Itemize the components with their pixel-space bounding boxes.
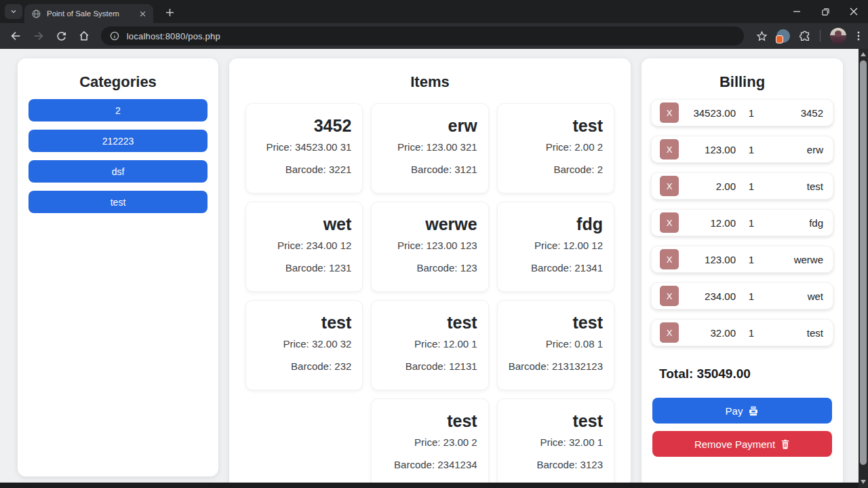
item-card[interactable]: test Price: 23.00 2 Barcode: 2341234 bbox=[371, 398, 488, 488]
remove-payment-label: Remove Payment bbox=[694, 438, 775, 450]
billing-item-price: 234.00 bbox=[679, 290, 736, 302]
billing-item-price: 12.00 bbox=[679, 217, 736, 229]
item-card[interactable]: test Price: 12.00 1 Barcode: 12131 bbox=[371, 300, 488, 390]
reload-button[interactable] bbox=[51, 26, 71, 46]
item-card[interactable]: test Price: 32.00 1 Barcode: 3123 bbox=[497, 398, 614, 488]
window-controls bbox=[783, 0, 868, 23]
item-barcode: Barcode: 3221 bbox=[257, 163, 351, 176]
billing-row: X 12.00 1 fdg bbox=[651, 209, 833, 236]
remove-payment-button[interactable]: Remove Payment bbox=[652, 431, 832, 457]
category-button[interactable]: dsf bbox=[28, 160, 208, 183]
site-info-icon[interactable] bbox=[109, 31, 120, 41]
item-name: test bbox=[382, 312, 477, 333]
item-price: Price: 2.00 2 bbox=[509, 140, 603, 154]
total-value: 35049.00 bbox=[697, 367, 751, 381]
pay-button[interactable]: Pay bbox=[652, 398, 832, 424]
tab-close-icon[interactable] bbox=[137, 8, 148, 19]
remove-item-button[interactable]: X bbox=[660, 139, 679, 159]
billing-item-qty: 1 bbox=[736, 181, 767, 192]
category-button[interactable]: 2 bbox=[28, 99, 208, 121]
billing-item-name: test bbox=[767, 181, 823, 192]
chevron-down-icon bbox=[9, 7, 18, 16]
item-barcode: Barcode: 1231 bbox=[257, 261, 351, 275]
scroll-down-arrow-icon[interactable] bbox=[859, 477, 868, 487]
trash-icon bbox=[781, 439, 790, 449]
item-name: test bbox=[509, 115, 603, 136]
cash-register-icon bbox=[748, 406, 759, 416]
home-button[interactable] bbox=[74, 26, 94, 46]
item-card[interactable]: erw Price: 123.00 321 Barcode: 3121 bbox=[371, 103, 488, 193]
items-grid: 3452 Price: 34523.00 31 Barcode: 3221 er… bbox=[245, 103, 614, 488]
bookmark-star-icon[interactable] bbox=[752, 26, 771, 45]
extension-shortcut-icon[interactable] bbox=[774, 26, 793, 45]
remove-item-button[interactable]: X bbox=[660, 322, 679, 343]
category-button[interactable]: test bbox=[28, 191, 208, 213]
billing-title: Billing bbox=[651, 73, 833, 91]
billing-item-qty: 1 bbox=[736, 107, 767, 119]
new-tab-button[interactable] bbox=[161, 5, 178, 19]
item-barcode: Barcode: 123 bbox=[382, 261, 477, 275]
scrollbar-thumb[interactable] bbox=[860, 60, 867, 465]
back-button[interactable] bbox=[5, 26, 26, 46]
page-scrollbar[interactable] bbox=[859, 49, 868, 488]
maximize-restore-button[interactable] bbox=[811, 0, 840, 23]
billing-row: X 123.00 1 werwe bbox=[651, 246, 833, 273]
page-content: Categories 2 212223 dsf test Items 3452 … bbox=[0, 49, 868, 488]
remove-item-button[interactable]: X bbox=[660, 212, 679, 233]
item-name: test bbox=[257, 312, 351, 333]
billing-row: X 2.00 1 test bbox=[651, 172, 833, 200]
item-price: Price: 32.00 32 bbox=[257, 337, 351, 351]
item-name: test bbox=[382, 410, 477, 432]
item-name: test bbox=[509, 312, 603, 333]
billing-item-name: werwe bbox=[767, 254, 823, 265]
billing-item-price: 34523.00 bbox=[679, 107, 736, 119]
minimize-button[interactable] bbox=[783, 0, 811, 23]
browser-toolbar: localhost:8080/pos.php bbox=[0, 23, 868, 49]
item-name: werwe bbox=[382, 213, 477, 235]
url-text: localhost:8080/pos.php bbox=[127, 31, 220, 41]
item-card[interactable]: test Price: 32.00 32 Barcode: 232 bbox=[245, 300, 363, 390]
remove-item-button[interactable]: X bbox=[660, 249, 679, 269]
billing-item-price: 123.00 bbox=[679, 144, 736, 155]
item-card[interactable]: fdg Price: 12.00 12 Barcode: 21341 bbox=[497, 202, 614, 292]
menu-kebab-icon[interactable] bbox=[849, 26, 868, 45]
address-bar[interactable]: localhost:8080/pos.php bbox=[101, 26, 744, 45]
browser-tab[interactable]: Point of Sale System bbox=[24, 4, 153, 23]
profile-avatar[interactable] bbox=[827, 26, 846, 45]
item-barcode: Barcode: 232 bbox=[257, 360, 351, 373]
remove-item-button[interactable]: X bbox=[660, 176, 679, 196]
billing-item-qty: 1 bbox=[736, 327, 767, 339]
globe-favicon-icon bbox=[31, 9, 41, 19]
items-title: Items bbox=[245, 73, 614, 91]
total-label: Total: bbox=[659, 367, 693, 381]
browser-titlebar: Point of Sale System bbox=[0, 0, 868, 23]
billing-item-qty: 1 bbox=[736, 217, 767, 229]
item-price: Price: 12.00 1 bbox=[382, 337, 477, 351]
tab-search-button[interactable] bbox=[5, 4, 22, 19]
scroll-up-arrow-icon[interactable] bbox=[859, 50, 868, 59]
remove-item-button[interactable]: X bbox=[660, 102, 679, 123]
forward-button[interactable] bbox=[28, 26, 49, 46]
item-price: Price: 123.00 123 bbox=[382, 239, 477, 252]
close-window-button[interactable] bbox=[840, 0, 868, 23]
billing-item-name: fdg bbox=[767, 217, 823, 229]
billing-row: X 32.00 1 test bbox=[651, 319, 833, 346]
item-price: Price: 34523.00 31 bbox=[257, 140, 351, 154]
tab-title: Point of Sale System bbox=[47, 10, 137, 18]
item-barcode: Barcode: 213132123 bbox=[509, 360, 603, 373]
item-barcode: Barcode: 12131 bbox=[382, 360, 477, 373]
toolbar-separator bbox=[820, 30, 821, 42]
extensions-puzzle-icon[interactable] bbox=[795, 26, 814, 45]
toolbar-right bbox=[749, 26, 868, 45]
categories-panel: Categories 2 212223 dsf test bbox=[18, 58, 218, 476]
item-card[interactable]: test Price: 0.08 1 Barcode: 213132123 bbox=[497, 300, 614, 390]
item-card[interactable]: test Price: 2.00 2 Barcode: 2 bbox=[497, 103, 614, 193]
bottom-edge-strip bbox=[0, 483, 859, 488]
item-price: Price: 0.08 1 bbox=[509, 337, 603, 351]
category-button[interactable]: 212223 bbox=[28, 130, 208, 152]
remove-item-button[interactable]: X bbox=[660, 286, 679, 306]
item-barcode: Barcode: 3121 bbox=[382, 163, 477, 176]
item-card[interactable]: werwe Price: 123.00 123 Barcode: 123 bbox=[371, 202, 488, 292]
item-card[interactable]: wet Price: 234.00 12 Barcode: 1231 bbox=[245, 202, 363, 292]
item-card[interactable]: 3452 Price: 34523.00 31 Barcode: 3221 bbox=[245, 103, 363, 193]
